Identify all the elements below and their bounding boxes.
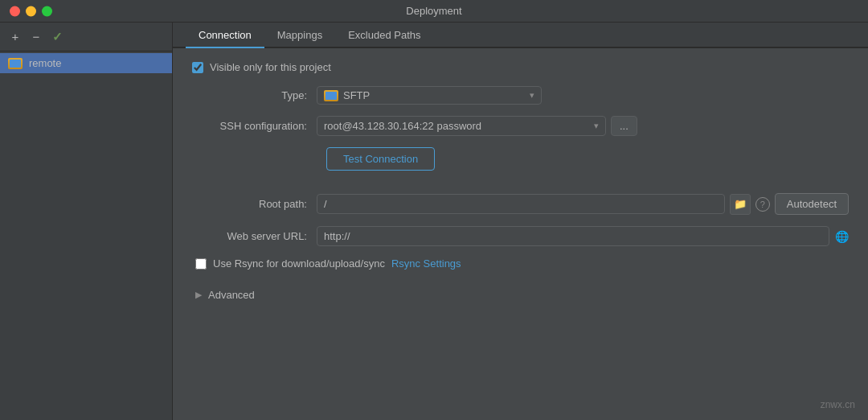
- content-area: Connection Mappings Excluded Paths Visib…: [173, 23, 868, 420]
- browse-folder-button[interactable]: 📁: [730, 194, 751, 215]
- web-server-label: Web server URL:: [192, 230, 317, 242]
- window-title: Deployment: [406, 5, 461, 17]
- rsync-settings-link[interactable]: Rsync Settings: [391, 257, 461, 270]
- web-server-control: http:// 🌐: [317, 226, 849, 246]
- sftp-icon: [324, 90, 338, 101]
- ssh-more-button[interactable]: ...: [611, 116, 637, 136]
- remove-server-button[interactable]: −: [27, 28, 45, 46]
- web-server-input[interactable]: http://: [317, 226, 829, 246]
- title-bar: Deployment: [0, 0, 868, 23]
- type-label: Type:: [192, 89, 317, 101]
- sidebar: + − ✓ remote: [0, 23, 173, 420]
- web-server-row: Web server URL: http:// 🌐: [192, 226, 849, 246]
- ssh-control: root@43.128.30.164:22 password ...: [317, 116, 849, 136]
- close-button[interactable]: [10, 6, 20, 16]
- type-control: SFTP FTP Local or mounted folder ▾: [317, 86, 849, 105]
- chevron-right-icon: ▶: [195, 290, 202, 300]
- visible-only-row: Visible only for this project: [192, 61, 849, 73]
- rsync-checkbox[interactable]: [195, 258, 207, 270]
- type-chevron-icon: ▾: [530, 90, 534, 101]
- ssh-row: SSH configuration: root@43.128.30.164:22…: [192, 116, 849, 136]
- autodetect-button[interactable]: Autodetect: [775, 193, 849, 215]
- ssh-config-select[interactable]: root@43.128.30.164:22 password: [324, 117, 589, 135]
- root-path-input[interactable]: /: [317, 194, 725, 214]
- ssh-label: SSH configuration:: [192, 120, 317, 132]
- globe-icon: 🌐: [834, 229, 849, 244]
- form-content: Visible only for this project Type: SFTP…: [173, 48, 868, 420]
- sidebar-items: remote: [0, 51, 172, 420]
- advanced-section[interactable]: ▶ Advanced: [192, 282, 849, 307]
- folder-icon: 📁: [734, 198, 747, 210]
- root-path-label: Root path:: [192, 198, 317, 210]
- tab-connection[interactable]: Connection: [186, 23, 264, 48]
- rsync-label: Use Rsync for download/upload/sync: [213, 257, 385, 270]
- type-select-container: SFTP FTP Local or mounted folder ▾: [317, 86, 542, 105]
- add-server-button[interactable]: +: [6, 28, 24, 46]
- main-layout: + − ✓ remote Connection Mappings Exclude…: [0, 23, 868, 420]
- sidebar-item-remote[interactable]: remote: [0, 53, 172, 73]
- help-icon[interactable]: ?: [755, 197, 770, 212]
- ssh-select-container: root@43.128.30.164:22 password: [317, 116, 606, 136]
- maximize-button[interactable]: [42, 6, 52, 16]
- type-row: Type: SFTP FTP Local or mounted folder ▾: [192, 86, 849, 105]
- confirm-button[interactable]: ✓: [48, 28, 66, 46]
- minimize-button[interactable]: [26, 6, 36, 16]
- tabs-bar: Connection Mappings Excluded Paths: [173, 23, 868, 48]
- watermark: znwx.cn: [821, 399, 855, 410]
- root-path-control: / 📁 ? Autodetect: [317, 193, 849, 215]
- traffic-lights: [10, 6, 52, 16]
- tab-excluded-paths[interactable]: Excluded Paths: [335, 23, 433, 48]
- rsync-row: Use Rsync for download/upload/sync Rsync…: [192, 257, 849, 270]
- visible-only-checkbox[interactable]: [192, 62, 203, 73]
- sidebar-item-label: remote: [29, 57, 61, 69]
- sidebar-toolbar: + − ✓: [0, 23, 172, 51]
- tab-mappings[interactable]: Mappings: [264, 23, 335, 48]
- server-icon: [8, 58, 23, 69]
- advanced-label: Advanced: [208, 289, 255, 301]
- type-select[interactable]: SFTP FTP Local or mounted folder: [343, 89, 525, 101]
- test-connection-button[interactable]: Test Connection: [326, 147, 435, 171]
- test-connection-wrapper: Test Connection: [192, 147, 849, 182]
- root-path-row: Root path: / 📁 ? Autodetect: [192, 193, 849, 215]
- visible-only-label: Visible only for this project: [210, 61, 331, 73]
